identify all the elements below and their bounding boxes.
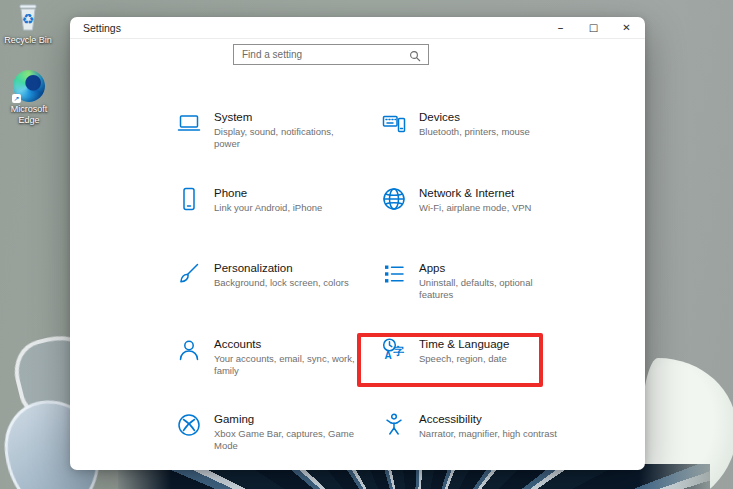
phone-icon — [176, 186, 202, 212]
time-language-icon: A 字 — [381, 337, 407, 363]
shortcut-arrow-icon: ↗ — [12, 94, 21, 103]
search-box[interactable] — [233, 44, 429, 65]
tile-subtitle: Narrator, magnifier, high contrast — [419, 428, 557, 440]
tile-title: Apps — [419, 261, 560, 275]
maximize-icon[interactable]: □ — [577, 17, 610, 38]
devices-icon — [381, 110, 407, 136]
tile-subtitle: Bluetooth, printers, mouse — [419, 126, 530, 138]
tile-apps[interactable]: Apps Uninstall, defaults, optional featu… — [381, 261, 571, 301]
svg-text:A: A — [385, 350, 392, 361]
caption-buttons: – □ ✕ — [544, 17, 643, 38]
system-icon — [176, 110, 202, 136]
tile-subtitle: Speech, region, date — [419, 353, 509, 365]
tile-subtitle: Display, sound, notifications, power — [214, 126, 355, 150]
tile-phone[interactable]: Phone Link your Android, iPhone — [176, 186, 366, 214]
close-icon[interactable]: ✕ — [610, 17, 643, 38]
tile-title: Accounts — [214, 337, 355, 351]
tile-subtitle: Link your Android, iPhone — [214, 202, 322, 214]
desktop: ♻ Recycle Bin ↗ Microsoft Edge Settings … — [0, 0, 733, 489]
tile-subtitle: Uninstall, defaults, optional features — [419, 277, 560, 301]
tile-title: Network & Internet — [419, 186, 531, 200]
tile-accessibility[interactable]: Accessibility Narrator, magnifier, high … — [381, 412, 571, 440]
recycle-bin-icon: ♻ — [12, 1, 44, 33]
tile-personalization[interactable]: Personalization Background, lock screen,… — [176, 261, 366, 289]
search-icon — [409, 50, 421, 62]
desktop-icon-label: Microsoft Edge — [6, 104, 52, 126]
desktop-icon-recycle-bin[interactable]: ♻ Recycle Bin — [2, 1, 54, 46]
tile-subtitle: Wi-Fi, airplane mode, VPN — [419, 202, 531, 214]
tile-system[interactable]: System Display, sound, notifications, po… — [176, 110, 366, 150]
tile-devices[interactable]: Devices Bluetooth, printers, mouse — [381, 110, 571, 138]
gaming-xbox-icon — [176, 412, 202, 438]
desktop-icon-label: Recycle Bin — [2, 35, 54, 46]
apps-list-icon — [381, 261, 407, 287]
tile-accounts[interactable]: Accounts Your accounts, email, sync, wor… — [176, 337, 366, 377]
tile-title: Phone — [214, 186, 322, 200]
tile-subtitle: Your accounts, email, sync, work, family — [214, 353, 355, 377]
search-input[interactable] — [234, 45, 428, 64]
settings-window: Settings – □ ✕ System Display, sound, no… — [70, 17, 645, 470]
tile-subtitle: Background, lock screen, colors — [214, 277, 349, 289]
personalization-brush-icon — [176, 261, 202, 287]
minimize-icon[interactable]: – — [544, 17, 577, 38]
window-title: Settings — [83, 22, 121, 34]
titlebar[interactable]: Settings – □ ✕ — [70, 17, 645, 39]
tile-network-internet[interactable]: Network & Internet Wi-Fi, airplane mode,… — [381, 186, 571, 214]
accounts-person-icon — [176, 337, 202, 363]
tile-time-language[interactable]: A 字 Time & Language Speech, region, date — [381, 337, 571, 365]
tile-title: Time & Language — [419, 337, 509, 351]
tile-gaming[interactable]: Gaming Xbox Game Bar, captures, Game Mod… — [176, 412, 366, 452]
tile-title: System — [214, 110, 355, 124]
svg-text:字: 字 — [393, 345, 404, 357]
edge-logo-icon: ↗ — [13, 70, 45, 102]
tile-title: Gaming — [214, 412, 355, 426]
tile-subtitle: Xbox Game Bar, captures, Game Mode — [214, 428, 355, 452]
network-globe-icon — [381, 186, 407, 212]
tile-title: Personalization — [214, 261, 349, 275]
tile-title: Devices — [419, 110, 530, 124]
tile-title: Accessibility — [419, 412, 557, 426]
desktop-icon-microsoft-edge[interactable]: ↗ Microsoft Edge — [3, 70, 55, 126]
svg-text:♻: ♻ — [22, 11, 35, 27]
accessibility-person-icon — [381, 412, 407, 438]
